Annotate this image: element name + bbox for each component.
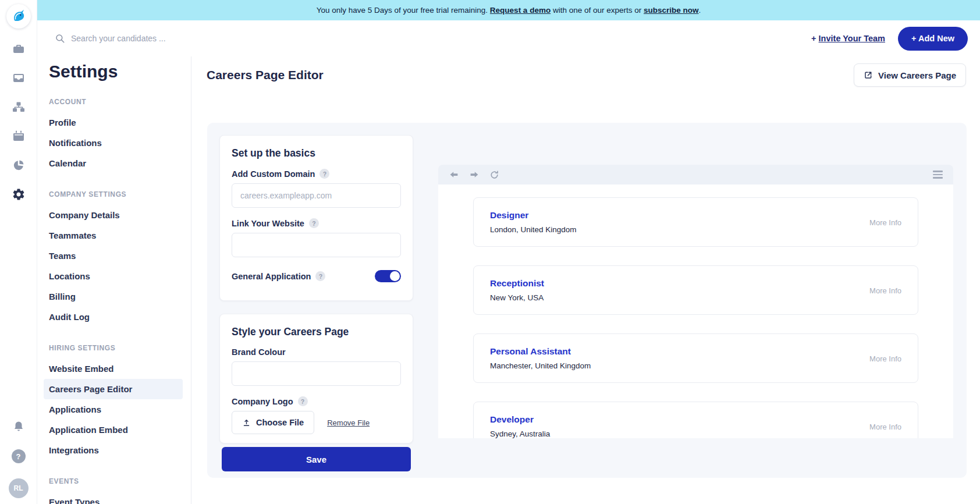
general-application-label: General Application ? xyxy=(232,271,325,281)
job-card-personal-assistant[interactable]: Personal Assistant Manchester, United Ki… xyxy=(473,333,918,383)
sidebar-title: Settings xyxy=(49,61,191,82)
refresh-icon[interactable] xyxy=(489,170,499,180)
brand-colour-input[interactable] xyxy=(232,361,401,386)
menu-hamburger-icon[interactable] xyxy=(933,171,943,179)
custom-domain-help-icon[interactable]: ? xyxy=(319,169,329,179)
sidebar-item-event-types[interactable]: Event Types xyxy=(37,492,191,504)
company-logo-help-icon[interactable]: ? xyxy=(298,396,308,406)
company-logo-file-row: Choose File Remove File xyxy=(232,411,401,434)
sidebar-section-hiring-settings: HIRING SETTINGS Website Embed Careers Pa… xyxy=(37,343,191,460)
top-nav-bar: + Invite Your Team + Add New xyxy=(37,20,980,56)
sidebar-item-company-details[interactable]: Company Details xyxy=(37,205,191,225)
reports-pie-chart-icon[interactable] xyxy=(12,158,26,172)
job-card-designer[interactable]: Designer London, United Kingdom More Inf… xyxy=(473,197,918,247)
preview-browser-toolbar xyxy=(438,165,953,184)
website-input[interactable] xyxy=(232,233,401,257)
preview-body: Designer London, United Kingdom More Inf… xyxy=(438,184,953,438)
sidebar-item-application-embed[interactable]: Application Embed xyxy=(37,420,191,440)
more-info-link[interactable]: More Info xyxy=(869,218,901,226)
calendar-nav-icon[interactable] xyxy=(12,129,26,143)
job-title-link[interactable]: Receptionist xyxy=(490,278,901,289)
more-info-link[interactable]: More Info xyxy=(869,286,901,294)
more-info-link[interactable]: More Info xyxy=(869,422,901,431)
search-input[interactable] xyxy=(71,34,315,43)
candidate-search xyxy=(55,33,811,44)
sidebar-item-applications[interactable]: Applications xyxy=(37,399,191,420)
job-card-developer[interactable]: Developer Sydney, Australia More Info xyxy=(473,402,918,438)
sidebar-item-teammates[interactable]: Teammates xyxy=(37,225,191,246)
avatar-initials: RL xyxy=(9,478,29,498)
job-location: Manchester, United Kingdom xyxy=(490,361,901,370)
unicorn-logo-icon xyxy=(8,6,29,27)
sidebar-item-integrations[interactable]: Integrations xyxy=(37,440,191,460)
job-title-link[interactable]: Developer xyxy=(490,414,901,425)
view-careers-page-button[interactable]: View Careers Page xyxy=(854,63,966,87)
general-application-label-text: General Application xyxy=(232,272,311,281)
sidebar-item-website-embed[interactable]: Website Embed xyxy=(37,359,191,379)
forward-arrow-icon[interactable] xyxy=(469,169,480,180)
user-avatar[interactable]: RL xyxy=(9,478,29,498)
sidebar-item-locations[interactable]: Locations xyxy=(37,266,191,286)
general-application-help-icon[interactable]: ? xyxy=(315,271,325,281)
inbox-nav-icon[interactable] xyxy=(12,71,26,85)
subscribe-now-link[interactable]: subscribe now xyxy=(644,6,699,15)
sidebar-item-billing[interactable]: Billing xyxy=(37,286,191,307)
sidebar-item-notifications[interactable]: Notifications xyxy=(37,133,191,153)
trial-banner-message: You only have 5 Days of your free trial … xyxy=(317,6,490,15)
basics-card: Set up the basics Add Custom Domain ? Li… xyxy=(219,135,413,301)
sidebar-item-teams[interactable]: Teams xyxy=(37,246,191,266)
section-header: HIRING SETTINGS xyxy=(49,343,191,353)
job-location: Sydney, Australia xyxy=(490,430,901,438)
job-location: London, United Kingdom xyxy=(490,225,901,234)
general-application-row: General Application ? xyxy=(232,270,401,282)
invite-your-team-link[interactable]: + Invite Your Team xyxy=(811,34,885,43)
sidebar-section-company-settings: COMPANY SETTINGS Company Details Teammat… xyxy=(37,190,191,327)
sidebar-item-calendar[interactable]: Calendar xyxy=(37,153,191,173)
company-logo[interactable] xyxy=(6,4,31,29)
sidebar-item-careers-page-editor[interactable]: Careers Page Editor xyxy=(44,379,183,399)
custom-domain-input[interactable] xyxy=(232,183,401,208)
request-demo-link[interactable]: Request a demo xyxy=(490,6,551,15)
section-header: ACCOUNT xyxy=(49,97,191,107)
save-button[interactable]: Save xyxy=(222,447,411,471)
brand-colour-label: Brand Colour xyxy=(232,347,401,357)
job-title-link[interactable]: Personal Assistant xyxy=(490,346,901,357)
form-column: Set up the basics Add Custom Domain ? Li… xyxy=(219,135,413,471)
website-label: Link Your Website ? xyxy=(232,218,401,228)
sidebar-item-profile[interactable]: Profile xyxy=(37,112,191,133)
upload-icon xyxy=(242,418,251,427)
search-icon xyxy=(55,33,65,44)
jobs-nav-briefcase-icon[interactable] xyxy=(12,42,26,56)
choose-file-button[interactable]: Choose File xyxy=(232,411,314,434)
section-header: COMPANY SETTINGS xyxy=(49,190,191,199)
more-info-link[interactable]: More Info xyxy=(869,354,901,363)
back-arrow-icon[interactable] xyxy=(449,169,459,180)
toggle-knob xyxy=(390,271,400,281)
trial-banner-middle: with one of our experts or xyxy=(551,6,644,15)
website-label-text: Link Your Website xyxy=(232,219,304,228)
sidebar-item-audit-log[interactable]: Audit Log xyxy=(37,307,191,327)
careers-page-preview: Designer London, United Kingdom More Inf… xyxy=(438,165,953,438)
main-header: Careers Page Editor View Careers Page xyxy=(191,56,980,94)
sidebar-section-events: EVENTS Event Types xyxy=(37,477,191,504)
company-logo-label: Company Logo ? xyxy=(232,396,401,406)
settings-gear-icon[interactable] xyxy=(12,187,26,201)
trial-banner: You only have 5 Days of your free trial … xyxy=(37,0,980,20)
job-card-receptionist[interactable]: Receptionist New York, USA More Info xyxy=(473,265,918,315)
custom-domain-label: Add Custom Domain ? xyxy=(232,169,401,179)
help-icon[interactable]: ? xyxy=(12,449,26,463)
invite-plus: + xyxy=(811,34,819,43)
trial-banner-period: . xyxy=(699,6,701,15)
section-header: EVENTS xyxy=(49,477,191,486)
app-root: ? RL You only have 5 Days of your free t… xyxy=(0,0,980,504)
add-new-button[interactable]: + Add New xyxy=(898,27,968,51)
notifications-bell-icon[interactable] xyxy=(12,420,26,434)
general-application-toggle[interactable] xyxy=(375,270,401,282)
org-chart-nav-icon[interactable] xyxy=(12,100,26,114)
custom-domain-label-text: Add Custom Domain xyxy=(232,169,315,179)
help-glyph: ? xyxy=(12,449,26,463)
view-careers-page-label: View Careers Page xyxy=(878,70,956,80)
remove-file-link[interactable]: Remove File xyxy=(327,418,370,427)
website-help-icon[interactable]: ? xyxy=(309,218,319,228)
job-title-link[interactable]: Designer xyxy=(490,210,901,221)
